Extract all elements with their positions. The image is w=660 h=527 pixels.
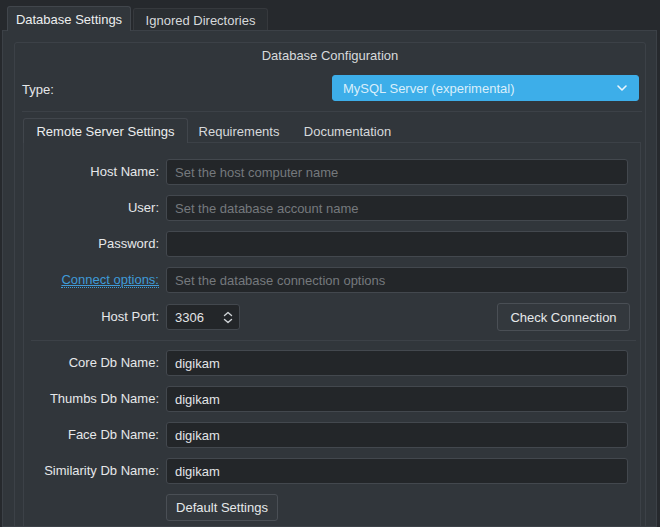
- tab-requirements[interactable]: Requirements: [188, 120, 290, 142]
- host-name-label: Host Name:: [24, 164, 159, 181]
- tab-database-settings[interactable]: Database Settings: [7, 6, 131, 31]
- tab-documentation[interactable]: Documentation: [290, 120, 405, 142]
- similarity-db-name-label: Similarity Db Name:: [24, 463, 159, 480]
- chevron-down-icon: [616, 84, 628, 92]
- chevron-up-icon: [223, 311, 233, 317]
- thumbs-db-name-input[interactable]: [166, 386, 628, 412]
- database-type-selected-value: MySQL Server (experimental): [343, 81, 616, 96]
- user-input[interactable]: [166, 195, 628, 221]
- host-port-spinbox[interactable]: 3306: [166, 304, 240, 330]
- separator: [31, 340, 636, 341]
- face-db-name-input[interactable]: [166, 422, 628, 448]
- thumbs-db-name-label: Thumbs Db Name:: [24, 391, 159, 408]
- host-port-value: 3306: [167, 310, 217, 325]
- spinbox-arrows[interactable]: [217, 305, 239, 329]
- tab-documentation-label: Documentation: [304, 124, 391, 139]
- groupbox-title: Database Configuration: [15, 48, 645, 63]
- host-name-input[interactable]: [166, 159, 628, 185]
- database-type-dropdown[interactable]: MySQL Server (experimental): [332, 75, 639, 101]
- tab-remote-server-settings[interactable]: Remote Server Settings: [23, 118, 188, 143]
- chevron-down-icon: [223, 318, 233, 324]
- core-db-name-label: Core Db Name:: [24, 355, 159, 372]
- type-label: Type:: [22, 82, 54, 97]
- check-connection-button[interactable]: Check Connection: [497, 303, 630, 331]
- remote-server-settings-pane: Host Name: User: Password: Connect optio…: [23, 142, 641, 527]
- password-input[interactable]: [166, 231, 628, 257]
- connect-options-input[interactable]: [166, 267, 628, 293]
- tab-remote-server-settings-label: Remote Server Settings: [36, 124, 174, 139]
- tab-requirements-label: Requirements: [199, 124, 280, 139]
- face-db-name-label: Face Db Name:: [24, 427, 159, 444]
- tab-database-settings-label: Database Settings: [16, 12, 122, 27]
- similarity-db-name-input[interactable]: [166, 458, 628, 484]
- database-settings-pane: Database Configuration Type: MySQL Serve…: [2, 30, 657, 527]
- separator: [22, 111, 642, 112]
- host-port-label: Host Port:: [24, 309, 159, 326]
- user-label: User:: [24, 200, 159, 217]
- core-db-name-input[interactable]: [166, 350, 628, 376]
- database-configuration-groupbox: Database Configuration Type: MySQL Serve…: [14, 42, 646, 527]
- password-label: Password:: [24, 236, 159, 253]
- default-settings-button[interactable]: Default Settings: [166, 494, 278, 521]
- tab-ignored-directories-label: Ignored Directories: [146, 13, 256, 28]
- connect-options-label: Connect options:: [24, 272, 159, 289]
- tab-ignored-directories[interactable]: Ignored Directories: [133, 8, 268, 31]
- connect-options-link[interactable]: Connect options:: [61, 272, 159, 288]
